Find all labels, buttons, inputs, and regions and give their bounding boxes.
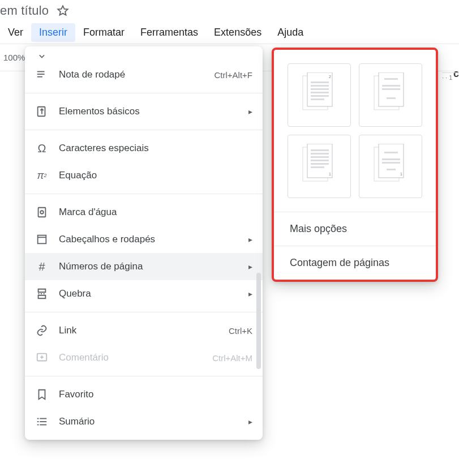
menu-item-label: Caracteres especiais	[59, 143, 252, 154]
menu-formatar[interactable]: Formatar	[75, 23, 132, 42]
svg-text:1: 1	[329, 172, 331, 176]
submenu-arrow-icon: ▸	[242, 417, 252, 426]
menu-item-favorito[interactable]: Favorito	[25, 381, 263, 408]
svg-rect-44	[382, 158, 400, 160]
svg-rect-6	[38, 235, 46, 244]
svg-rect-13	[37, 421, 39, 422]
svg-rect-43	[384, 152, 398, 153]
submenu-item-label: Contagem de páginas	[290, 257, 389, 269]
svg-rect-16	[40, 424, 46, 426]
menu-item-elementos-basicos[interactable]: Elementos básicos ▸	[25, 98, 263, 125]
pagenum-option-header-right[interactable]: 2	[288, 63, 351, 127]
svg-rect-4	[38, 208, 46, 217]
menu-extensoes[interactable]: Extensões	[206, 23, 269, 42]
svg-rect-34	[311, 149, 329, 151]
building-blocks-icon	[35, 105, 49, 118]
svg-rect-30	[382, 88, 400, 90]
svg-rect-15	[37, 424, 39, 426]
svg-rect-45	[382, 162, 400, 164]
svg-rect-31	[387, 97, 396, 99]
toc-icon	[35, 415, 49, 428]
watermark-icon	[35, 205, 49, 219]
ruler-fragment: · · 1	[442, 72, 459, 84]
menu-ajuda[interactable]: Ajuda	[269, 23, 311, 42]
menu-separator	[25, 376, 263, 376]
svg-rect-39	[311, 166, 324, 168]
menu-item-marca-dagua[interactable]: Marca d'água	[25, 199, 263, 226]
menu-ver[interactable]: Ver	[0, 23, 31, 42]
submenu-arrow-icon: ▸	[242, 262, 252, 271]
menu-item-label: Nota de rodapé	[59, 69, 204, 80]
menu-inserir[interactable]: Inserir	[31, 23, 75, 42]
insert-dropdown: Nota de rodapé Ctrl+Alt+F Elementos bási…	[25, 46, 263, 440]
menu-item-label: Link	[59, 325, 218, 336]
submenu-contagem-paginas[interactable]: Contagem de páginas	[274, 246, 436, 280]
menu-item-link[interactable]: Link Ctrl+K	[25, 317, 263, 344]
menu-item-nota-rodape[interactable]: Nota de rodapé Ctrl+Alt+F	[25, 61, 263, 88]
menu-separator	[25, 312, 263, 312]
menu-item-label: Números de página	[59, 261, 232, 272]
svg-rect-1	[37, 74, 45, 75]
menu-separator	[25, 130, 263, 130]
menu-item-label: Favorito	[59, 389, 252, 400]
pi-icon: π2	[35, 169, 49, 182]
svg-rect-25	[311, 98, 324, 100]
footnote-icon	[35, 68, 49, 82]
svg-rect-11	[37, 418, 39, 419]
link-icon	[35, 324, 49, 337]
submenu-arrow-icon: ▸	[242, 289, 252, 298]
star-icon[interactable]	[57, 5, 69, 17]
svg-rect-38	[311, 163, 329, 165]
submenu-mais-opcoes[interactable]: Mais opções	[274, 212, 436, 246]
page-break-icon	[35, 287, 49, 301]
doc-title[interactable]: em título	[0, 3, 49, 18]
comment-icon	[35, 351, 49, 364]
menu-item-comentario: Comentário Ctrl+Alt+M	[25, 344, 263, 371]
menu-item-accel: Ctrl+Alt+F	[214, 70, 252, 80]
omega-icon: Ω	[35, 141, 49, 155]
menu-item-quebra[interactable]: Quebra ▸	[25, 280, 263, 307]
svg-rect-24	[311, 95, 329, 97]
pagenum-option-footer-right[interactable]: 1	[288, 135, 351, 198]
svg-rect-2	[37, 76, 42, 78]
menu-item-sumario[interactable]: Sumário ▸	[25, 408, 263, 435]
menu-item-label: Quebra	[59, 288, 232, 299]
dropdown-caret-icon	[35, 51, 49, 61]
svg-rect-20	[311, 82, 329, 83]
hash-icon: #	[35, 260, 49, 273]
menu-item-cabecalhos-rodapes[interactable]: Cabeçalhos e rodapés ▸	[25, 226, 263, 253]
menu-ferramentas[interactable]: Ferramentas	[132, 23, 206, 42]
menu-item-accel: Ctrl+Alt+M	[212, 353, 252, 363]
pagenum-option-header-center[interactable]	[359, 63, 422, 127]
svg-rect-0	[37, 71, 45, 72]
svg-rect-14	[40, 421, 46, 422]
menubar: Ver Inserir Formatar Ferramentas Extensõ…	[0, 22, 459, 44]
menu-item-numeros-pagina[interactable]: # Números de página ▸	[25, 253, 263, 280]
menu-item-label: Elementos básicos	[59, 106, 232, 117]
menu-item-accel: Ctrl+K	[229, 326, 252, 336]
svg-point-5	[40, 211, 44, 214]
menu-separator	[25, 194, 263, 194]
menu-item-label: Cabeçalhos e rodapés	[59, 234, 232, 245]
menu-item-label: Sumário	[59, 416, 232, 427]
page-numbers-submenu: 2	[272, 48, 438, 282]
svg-rect-28	[384, 78, 398, 80]
svg-rect-37	[311, 160, 329, 161]
submenu-item-label: Mais opções	[290, 223, 347, 235]
svg-rect-36	[311, 156, 329, 158]
menu-separator	[25, 93, 263, 93]
menu-item-equacao[interactable]: π2 Equação	[25, 162, 263, 189]
svg-rect-46	[387, 169, 396, 170]
menu-item-label: Comentário	[59, 352, 202, 363]
menu-item-cutoff-top[interactable]	[25, 51, 263, 61]
pagenum-option-footer-center[interactable]: 1	[359, 135, 422, 198]
svg-rect-12	[40, 418, 46, 419]
menu-item-caracteres-especiais[interactable]: Ω Caracteres especiais	[25, 135, 263, 162]
svg-text:1: 1	[400, 172, 402, 176]
submenu-arrow-icon: ▸	[242, 107, 252, 116]
svg-rect-21	[311, 85, 329, 87]
menu-item-label: Equação	[59, 170, 252, 181]
svg-rect-29	[382, 85, 400, 87]
zoom-level[interactable]: 100%	[3, 53, 25, 62]
dropdown-scrollbar[interactable]	[256, 273, 261, 369]
